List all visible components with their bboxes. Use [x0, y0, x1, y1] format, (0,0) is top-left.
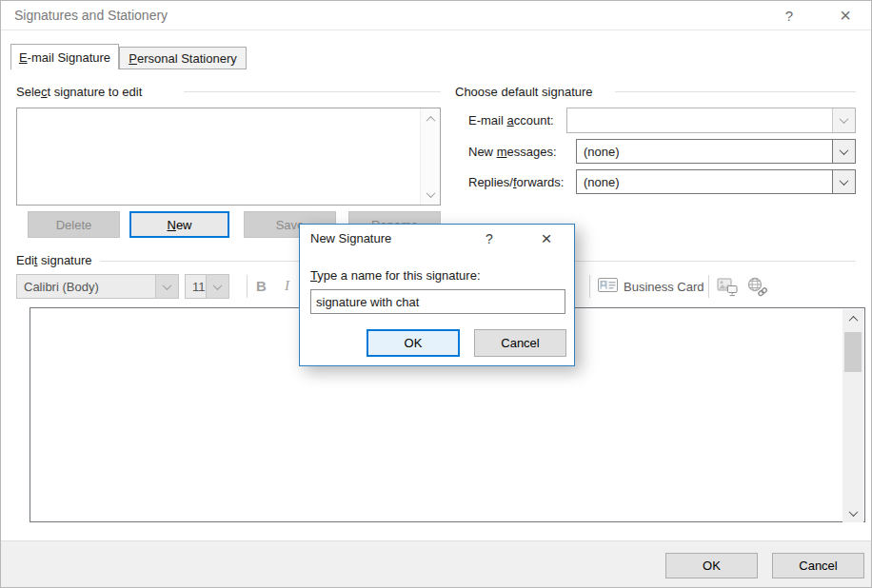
scroll-up-icon[interactable]: [421, 109, 440, 128]
list-scrollbar[interactable]: [420, 108, 440, 205]
modal-cancel-button[interactable]: Cancel: [474, 329, 566, 357]
chevron-down-icon[interactable]: [206, 275, 228, 298]
delete-button[interactable]: Delete: [28, 211, 120, 238]
close-icon[interactable]: ×: [534, 225, 559, 253]
dialog-title: Signatures and Stationery: [14, 1, 168, 29]
chevron-down-icon[interactable]: [155, 275, 178, 298]
chevron-down-icon[interactable]: [832, 170, 855, 193]
insert-picture-icon[interactable]: [717, 278, 738, 300]
toolbar-separator: [589, 275, 590, 298]
editor-scrollbar[interactable]: [842, 309, 863, 522]
font-size-select[interactable]: 11: [185, 274, 229, 299]
cancel-button[interactable]: Cancel: [772, 553, 864, 578]
help-icon[interactable]: ?: [479, 225, 500, 253]
replies-forwards-select[interactable]: (none): [576, 169, 856, 194]
tab-label: Personal Stationery: [129, 51, 236, 66]
dialog-titlebar: Signatures and Stationery ? ×: [1, 1, 871, 30]
new-signature-dialog: New Signature ? × Type a name for this s…: [299, 224, 575, 366]
combo-value: 11: [186, 275, 206, 298]
italic-button[interactable]: I: [285, 278, 289, 294]
new-messages-select[interactable]: (none): [576, 139, 856, 164]
combo-value: Calibri (Body): [17, 275, 155, 298]
bold-button[interactable]: B: [256, 278, 267, 294]
email-account-label: E-mail account:: [468, 113, 554, 127]
chevron-down-icon[interactable]: [832, 140, 855, 163]
combo-value: (none): [577, 170, 832, 193]
group-divider: [615, 91, 856, 92]
toolbar-separator: [247, 275, 248, 298]
combo-value: [567, 108, 832, 132]
default-signature-group-label: Choose default signature: [455, 85, 593, 99]
email-account-select[interactable]: [566, 108, 856, 133]
signature-list[interactable]: [16, 108, 441, 206]
tab-label: E-mail Signature: [19, 50, 110, 65]
new-button[interactable]: New: [129, 211, 229, 238]
modal-title: New Signature: [310, 225, 391, 253]
tab-personal-stationery[interactable]: Personal Stationery: [119, 47, 247, 69]
toolbar-separator: [708, 275, 709, 298]
scroll-up-icon[interactable]: [842, 309, 863, 328]
business-card-label: Business Card: [624, 280, 704, 294]
select-signature-group-label: Select signature to edit: [16, 85, 142, 99]
signature-name-label: Type a name for this signature:: [310, 268, 481, 283]
insert-hyperlink-icon[interactable]: [746, 277, 769, 300]
tab-email-signature[interactable]: E-mail Signature: [10, 44, 119, 69]
business-card-icon: [598, 278, 618, 295]
modal-ok-button[interactable]: OK: [367, 329, 460, 357]
new-messages-label: New messages:: [468, 145, 557, 159]
replies-forwards-label: Replies/forwards:: [468, 175, 564, 189]
signatures-stationery-dialog: Signatures and Stationery ? × E-mail Sig…: [0, 0, 872, 588]
scroll-thumb[interactable]: [844, 332, 862, 372]
scroll-down-icon[interactable]: [842, 503, 863, 522]
ok-button[interactable]: OK: [665, 553, 758, 578]
close-icon[interactable]: ×: [833, 1, 858, 29]
chevron-down-icon[interactable]: [832, 108, 855, 132]
signature-name-input[interactable]: [310, 289, 565, 314]
edit-signature-group-label: Edit signature: [16, 253, 92, 267]
business-card-button[interactable]: Business Card: [598, 274, 704, 299]
combo-value: (none): [577, 140, 832, 163]
font-name-select[interactable]: Calibri (Body): [16, 274, 179, 299]
group-divider: [184, 91, 441, 92]
scroll-down-icon[interactable]: [421, 185, 440, 204]
help-icon[interactable]: ?: [779, 1, 800, 29]
